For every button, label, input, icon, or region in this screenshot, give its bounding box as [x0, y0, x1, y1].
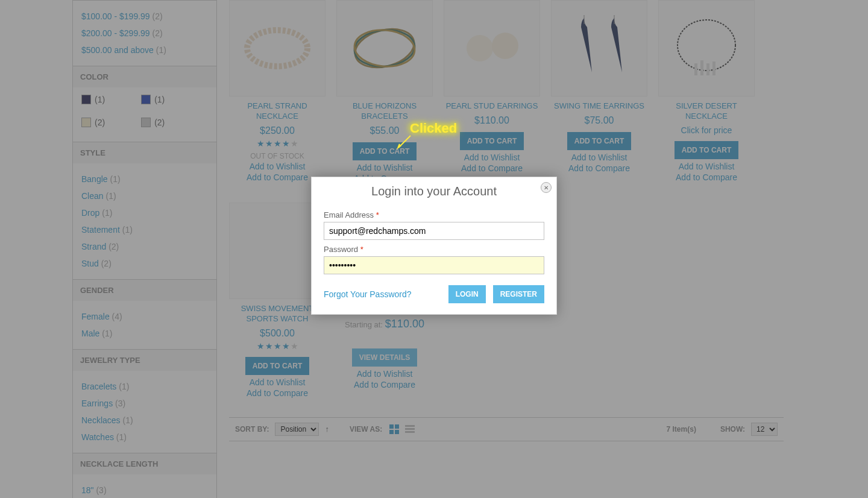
- clicked-annotation: Clicked: [410, 121, 457, 136]
- password-label: Password *: [324, 245, 544, 254]
- register-button[interactable]: REGISTER: [493, 285, 544, 303]
- forgot-password-link[interactable]: Forgot Your Password?: [324, 289, 412, 299]
- password-field[interactable]: [324, 256, 544, 274]
- svg-marker-21: [397, 143, 401, 150]
- modal-title: Login into your Account: [312, 177, 556, 203]
- email-label: Email Address *: [324, 210, 544, 219]
- login-button[interactable]: LOGIN: [448, 285, 486, 303]
- clicked-arrow-icon: [395, 133, 414, 151]
- login-modal: ✕ Login into your Account Email Address …: [311, 177, 557, 315]
- email-field[interactable]: [324, 222, 544, 240]
- close-icon[interactable]: ✕: [541, 182, 552, 193]
